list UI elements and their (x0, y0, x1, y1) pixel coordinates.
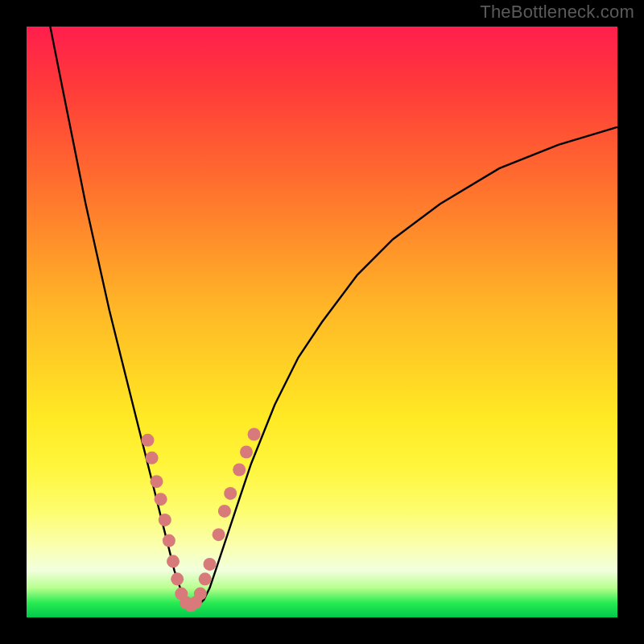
curve-marker (146, 452, 159, 464)
curve-markers (142, 428, 261, 613)
curve-marker (224, 487, 237, 500)
curve-marker (218, 505, 231, 518)
curve-marker (194, 588, 207, 601)
curve-marker (151, 475, 163, 488)
curve-marker (159, 514, 171, 526)
curve-marker (167, 555, 180, 568)
watermark-text: TheBottleneck.com (480, 2, 634, 23)
curve-marker (248, 428, 261, 441)
curve-marker (155, 493, 167, 506)
bottleneck-curve-svg (27, 27, 617, 617)
curve-marker (171, 572, 184, 585)
curve-marker (233, 464, 246, 477)
curve-marker (163, 535, 175, 547)
curve-marker (213, 528, 225, 541)
plot-area (27, 27, 617, 617)
bottleneck-curve-path (50, 27, 617, 605)
curve-marker (142, 434, 155, 447)
chart-frame: TheBottleneck.com (0, 0, 644, 644)
curve-marker (199, 572, 212, 585)
curve-marker (240, 446, 253, 459)
curve-marker (204, 558, 217, 571)
